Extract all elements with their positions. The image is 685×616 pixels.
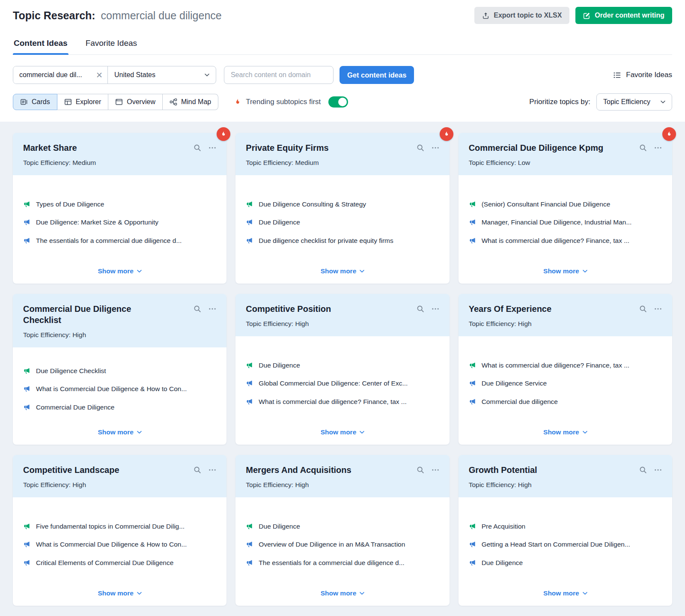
card-header: Commercial Due Diligence Checklist Topic… [13, 294, 226, 347]
chevron-down-icon [137, 592, 142, 595]
subtopic-item[interactable]: What is Commercial Due Diligence & How t… [23, 385, 216, 393]
subtopic-item[interactable]: What is Commercial Due Diligence & How t… [23, 540, 216, 549]
show-more-button[interactable]: Show more [246, 424, 439, 436]
card-header: Growth Potential Topic Efficiency: High [459, 455, 672, 497]
page-title-topic: commercial due diligence [101, 9, 222, 21]
subtopic-item[interactable]: Due Diligence [469, 559, 662, 567]
card-more-icon[interactable] [654, 305, 662, 313]
show-more-button[interactable]: Show more [23, 424, 216, 436]
subtopic-item[interactable]: Commercial due diligence [469, 398, 662, 406]
order-content-writing-button[interactable]: Order content writing [575, 7, 672, 24]
subtopic-item[interactable]: Getting a Head Start on Commercial Due D… [469, 540, 662, 549]
subtopic-item[interactable]: Due Diligence [246, 361, 439, 370]
show-more-button[interactable]: Show more [23, 585, 216, 597]
card-search-icon[interactable] [194, 305, 201, 313]
subtopic-item[interactable]: Critical Elements of Commercial Due Dili… [23, 559, 216, 567]
subtopic-item[interactable]: (Senior) Consultant Financial Due Dilige… [469, 200, 662, 209]
subtopic-item[interactable]: What is commercial due diligence? Financ… [469, 361, 662, 370]
show-more-button[interactable]: Show more [469, 424, 662, 436]
subtopic-item[interactable]: Due Diligence [246, 522, 439, 531]
card-search-icon[interactable] [194, 466, 201, 474]
card-more-icon[interactable] [432, 305, 439, 313]
card-title: Mergers And Acquisitions [246, 464, 351, 475]
subtopic-item[interactable]: The essentials for a commercial due dili… [246, 559, 439, 567]
card-title: Commercial Due Diligence Checklist [23, 303, 169, 326]
view-mindmap-button[interactable]: Mind Map [163, 94, 218, 110]
tab-content-ideas[interactable]: Content Ideas [13, 36, 68, 54]
trending-fire-badge-icon [662, 127, 676, 141]
subtopic-item[interactable]: Global Commercial Due Diligence: Center … [246, 379, 439, 388]
cards-area: Market Share Topic Efficiency: Medium Ty… [0, 122, 685, 616]
subtopic-item[interactable]: The essentials for a commercial due dili… [23, 236, 216, 245]
megaphone-icon [246, 559, 253, 566]
show-more-button[interactable]: Show more [246, 585, 439, 597]
show-more-button[interactable]: Show more [469, 585, 662, 597]
subtopic-item[interactable]: Types of Due Diligence [23, 200, 216, 209]
card-search-icon[interactable] [194, 144, 201, 152]
megaphone-icon [23, 404, 30, 411]
card-search-icon[interactable] [417, 466, 424, 474]
megaphone-icon [23, 385, 30, 392]
subtopic-item[interactable]: Pre Acquisition [469, 522, 662, 531]
trending-subtopics-toggle[interactable] [328, 96, 348, 108]
trending-fire-badge-icon [440, 127, 453, 141]
chevron-down-icon [661, 100, 665, 104]
page-title-prefix: Topic Research: [13, 9, 95, 21]
country-select[interactable]: United States [108, 66, 216, 84]
show-more-button[interactable]: Show more [469, 263, 662, 275]
subtopic-item[interactable]: Five fundamental topics in Commercial Du… [23, 522, 216, 531]
view-toolbar: Cards Explorer Overview Mind Map Trendin… [13, 93, 672, 122]
card-header: Competitive Position Topic Efficiency: H… [235, 294, 449, 336]
subtopic-item[interactable]: Due Diligence [246, 218, 439, 227]
card-search-icon[interactable] [417, 144, 424, 152]
keyword-input[interactable] [13, 66, 91, 84]
header-row: Topic Research: commercial due diligence… [13, 7, 672, 24]
view-explorer-button[interactable]: Explorer [57, 94, 109, 110]
subtopic-item[interactable]: What is commercial due diligence? Financ… [469, 236, 662, 245]
card-title: Competitive Position [246, 303, 331, 314]
card-body: Due Diligence Overview of Due Diligence … [235, 497, 449, 606]
card-more-icon[interactable] [654, 144, 662, 152]
subtopic-item[interactable]: Overview of Due Diligence in an M&A Tran… [246, 540, 439, 549]
clear-keyword-icon[interactable]: ✕ [91, 71, 107, 79]
card-more-icon[interactable] [432, 466, 439, 474]
card-search-icon[interactable] [639, 305, 647, 313]
subtopic-item[interactable]: Due Diligence: Market Size & Opportunity [23, 218, 216, 227]
show-more-button[interactable]: Show more [246, 263, 439, 275]
topic-efficiency-label: Topic Efficiency: High [246, 320, 439, 328]
card-search-icon[interactable] [417, 305, 424, 313]
view-cards-button[interactable]: Cards [13, 94, 57, 110]
card-more-icon[interactable] [654, 466, 662, 474]
tab-favorite-ideas[interactable]: Favorite Ideas [85, 36, 138, 54]
subtopic-item[interactable]: What is commercial due diligence? Financ… [246, 398, 439, 406]
card-more-icon[interactable] [432, 144, 439, 152]
get-content-ideas-button[interactable]: Get content ideas [340, 66, 414, 84]
card-title: Growth Potential [469, 464, 537, 475]
top-section: Topic Research: commercial due diligence… [0, 0, 685, 122]
prioritize-select[interactable]: Topic Efficiency [596, 93, 672, 111]
topic-cards-grid: Market Share Topic Efficiency: Medium Ty… [13, 133, 672, 606]
card-more-icon[interactable] [208, 144, 216, 152]
card-search-icon[interactable] [639, 144, 647, 152]
view-overview-button[interactable]: Overview [108, 94, 163, 110]
subtopic-item[interactable]: Commercial Due Diligence [23, 403, 216, 412]
topic-research-page: Topic Research: commercial due diligence… [0, 0, 685, 616]
favorite-ideas-link[interactable]: Favorite Ideas [613, 71, 672, 79]
topic-efficiency-label: Topic Efficiency: High [469, 320, 662, 328]
keyword-country-group: ✕ United States [13, 66, 216, 84]
subtopic-item[interactable]: Due Diligence Consulting & Strategy [246, 200, 439, 209]
card-search-icon[interactable] [639, 466, 647, 474]
card-title: Competitive Landscape [23, 464, 119, 475]
card-more-icon[interactable] [208, 466, 216, 474]
export-xlsx-button[interactable]: Export topic to XLSX [474, 7, 569, 24]
subtopic-item[interactable]: Due Diligence Service [469, 379, 662, 388]
subtopic-item[interactable]: Due Diligence Checklist [23, 367, 216, 375]
subtopic-item[interactable]: Manager, Financial Due Diligence, Indust… [469, 218, 662, 227]
subtopic-item[interactable]: Due diligence checklist for private equi… [246, 236, 439, 245]
card-title: Market Share [23, 142, 77, 153]
topic-card: Commercial Due Diligence Kpmg Topic Effi… [459, 133, 672, 284]
show-more-button[interactable]: Show more [23, 263, 216, 275]
card-body: Due Diligence Checklist What is Commerci… [13, 347, 226, 445]
domain-search-input[interactable] [224, 66, 334, 84]
card-more-icon[interactable] [208, 305, 216, 313]
